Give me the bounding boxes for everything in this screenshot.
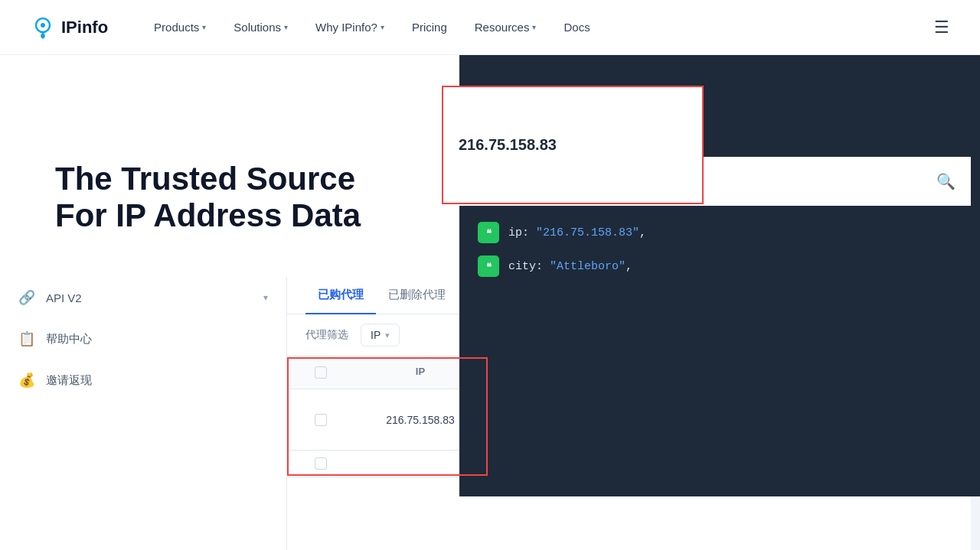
tab-purchased[interactable]: 已购代理 xyxy=(305,277,376,314)
json-city-text: city: "Attleboro", xyxy=(508,260,632,273)
json-line-ip: ❝ ip: "216.75.158.83", xyxy=(478,222,952,243)
sidebar-item-label-help: 帮助中心 xyxy=(46,332,92,347)
sidebar-item-apiv2[interactable]: 🔗 API V2 ▾ xyxy=(0,277,286,318)
remark-check-space xyxy=(305,457,336,470)
hero-title: The Trusted Source For IP Address Data xyxy=(55,161,361,235)
filter-select[interactable]: IP ▾ xyxy=(361,324,400,347)
search-icon[interactable]: 🔍 xyxy=(936,172,956,190)
svg-point-1 xyxy=(41,23,45,28)
remark-checkbox[interactable] xyxy=(315,457,327,470)
chevron-down-icon: ▾ xyxy=(385,330,390,340)
navbar: IPinfo Products ▾ Solutions ▾ Why IPinfo… xyxy=(0,0,980,55)
hamburger-menu[interactable]: ☰ xyxy=(934,18,949,37)
quote-badge-1: ❝ xyxy=(478,222,499,243)
hero-text: The Trusted Source For IP Address Data xyxy=(55,161,361,235)
quote-badge-2: ❝ xyxy=(478,255,499,277)
header-checkbox[interactable] xyxy=(315,366,327,379)
nav-solutions[interactable]: Solutions ▾ xyxy=(234,21,288,34)
chevron-down-icon: ▾ xyxy=(263,292,268,303)
chevron-down-icon: ▾ xyxy=(284,23,288,31)
logo-text: IPinfo xyxy=(61,18,108,37)
nav-items: Products ▾ Solutions ▾ Why IPinfo? ▾ Pri… xyxy=(154,21,590,34)
filter-select-value: IP xyxy=(371,329,381,341)
nav-docs[interactable]: Docs xyxy=(564,21,590,34)
row-checkbox[interactable] xyxy=(315,414,327,426)
search-box-highlighted: 216.75.158.83 xyxy=(442,86,704,204)
search-box-inner[interactable]: 216.75.158.83 xyxy=(443,124,702,166)
sidebar: 🔗 API V2 ▾ 📋 帮助中心 💰 邀请返现 xyxy=(0,277,287,550)
nav-whyipinfo[interactable]: Why IPinfo? ▾ xyxy=(315,21,384,34)
sidebar-item-label-referral: 邀请返现 xyxy=(46,373,92,388)
help-icon: 📋 xyxy=(18,330,35,347)
logo-icon xyxy=(31,15,55,40)
tab-deleted[interactable]: 已删除代理 xyxy=(376,277,458,314)
search-box-ip: 216.75.158.83 xyxy=(459,136,687,154)
chevron-down-icon: ▾ xyxy=(381,23,384,31)
sidebar-item-help[interactable]: 📋 帮助中心 xyxy=(0,318,286,360)
api-icon: 🔗 xyxy=(18,289,35,306)
json-results: ❝ ip: "216.75.158.83", ❝ city: "Attlebor… xyxy=(459,207,971,496)
nav-resources[interactable]: Resources ▾ xyxy=(475,21,537,34)
json-ip-text: ip: "216.75.158.83", xyxy=(508,226,646,239)
json-line-city: ❝ city: "Attleboro", xyxy=(478,255,952,277)
chevron-down-icon: ▾ xyxy=(202,23,206,31)
sidebar-item-label-apiv2: API V2 xyxy=(46,291,82,304)
referral-icon: 💰 xyxy=(18,372,35,389)
th-checkbox xyxy=(305,356,336,389)
sidebar-item-referral[interactable]: 💰 邀请返现 xyxy=(0,360,286,401)
filter-label: 代理筛选 xyxy=(305,328,348,342)
nav-products[interactable]: Products ▾ xyxy=(154,21,206,34)
logo[interactable]: IPinfo xyxy=(31,15,108,40)
nav-pricing[interactable]: Pricing xyxy=(412,21,447,34)
chevron-down-icon: ▾ xyxy=(532,23,536,31)
td-checkbox[interactable] xyxy=(305,414,336,426)
